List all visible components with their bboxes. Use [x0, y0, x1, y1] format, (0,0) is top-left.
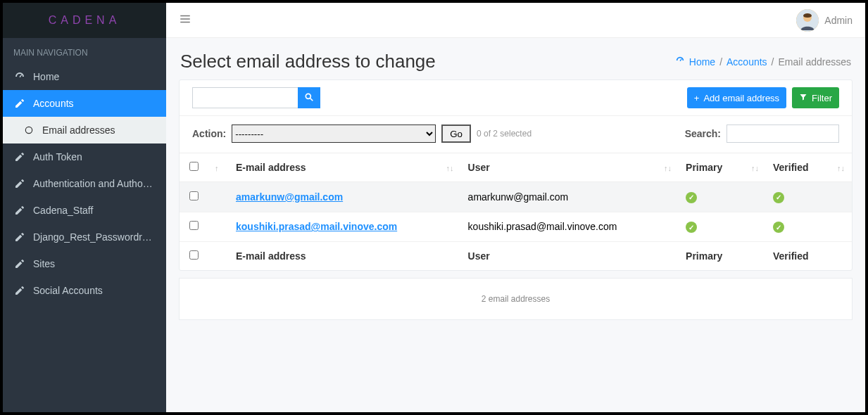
sort-icon[interactable]: ↑↓ [837, 164, 845, 172]
filter-button[interactable]: Filter [792, 87, 839, 108]
table-search-input[interactable] [727, 124, 839, 143]
breadcrumb-sep: / [719, 56, 722, 68]
dashboard-icon [13, 70, 26, 83]
select-all-checkbox[interactable] [189, 162, 199, 171]
search-label: Search: [685, 128, 721, 139]
sidebar-item-sites[interactable]: Sites [3, 250, 166, 277]
sort-icon[interactable]: ↑↓ [664, 164, 672, 172]
action-label: Action: [192, 128, 226, 139]
user-cell: koushiki.prasad@mail.vinove.com [461, 212, 650, 242]
content-header: Select email address to change Home / Ac… [166, 38, 865, 79]
edit-icon [13, 204, 26, 217]
edit-icon [13, 151, 26, 163]
sidebar: CADENA MAIN NAVIGATION Home Accounts Ema… [3, 3, 166, 412]
edit-icon [13, 177, 26, 190]
edit-icon [13, 257, 26, 270]
brand-logo: CADENA [3, 3, 166, 38]
dashboard-icon [675, 56, 685, 68]
sidebar-item-social-accounts[interactable]: Social Accounts [3, 277, 166, 304]
user-cell: amarkunw@gmail.com [461, 182, 650, 212]
sidebar-item-django-rest[interactable]: Django_Rest_Passwordrese [3, 224, 166, 250]
tf-email: E-mail address [229, 242, 433, 271]
check-icon [686, 222, 697, 233]
topbar: Admin [166, 3, 865, 38]
check-icon [686, 192, 697, 203]
edit-icon [13, 97, 26, 110]
sidebar-item-label: Authentication and Authoriza [33, 178, 156, 189]
sidebar-item-label: Cadena_Staff [33, 205, 156, 216]
sidebar-item-accounts[interactable]: Accounts [3, 90, 166, 117]
user-name: Admin [824, 15, 853, 26]
check-icon [773, 222, 784, 233]
sidebar-item-label: Accounts [33, 98, 156, 109]
result-count: 2 email addresses [179, 278, 853, 320]
search-icon [304, 92, 314, 104]
add-email-label: Add email address [703, 93, 779, 103]
nav-header: MAIN NAVIGATION [3, 38, 166, 63]
tf-verified: Verified [766, 242, 824, 271]
tf-user: User [461, 242, 650, 271]
row-checkbox[interactable] [189, 221, 199, 230]
edit-icon [13, 284, 26, 297]
toolbar-card: + Add email address Filter Action: - [179, 79, 853, 271]
avatar [796, 9, 819, 32]
sidebar-item-label: Auth Token [33, 151, 156, 162]
sidebar-item-auth-token[interactable]: Auth Token [3, 143, 166, 170]
sort-icon[interactable]: ↑↓ [446, 164, 454, 172]
table-row: koushiki.prasad@mail.vinove.com koushiki… [180, 212, 852, 242]
sidebar-item-home[interactable]: Home [3, 63, 166, 90]
sort-icon[interactable]: ↑↓ [751, 164, 759, 172]
search-button[interactable] [298, 87, 320, 108]
breadcrumb-home[interactable]: Home [689, 56, 715, 68]
search-input[interactable] [192, 87, 298, 108]
filter-icon [799, 93, 807, 103]
th-user[interactable]: User [461, 153, 650, 182]
th-email[interactable]: E-mail address [229, 153, 433, 182]
filter-label: Filter [812, 93, 832, 103]
breadcrumb: Home / Accounts / Email addresses [675, 56, 851, 68]
row-checkbox[interactable] [189, 191, 199, 200]
footer-checkbox[interactable] [189, 250, 199, 260]
selection-count: 0 of 2 selected [477, 129, 532, 139]
th-verified[interactable]: Verified [766, 153, 824, 182]
user-menu[interactable]: Admin [796, 9, 853, 32]
table-footer-row: E-mail address User Primary Verified [180, 242, 852, 271]
sidebar-item-label: Sites [33, 258, 156, 269]
th-primary[interactable]: Primary [679, 153, 738, 182]
svg-point-0 [25, 127, 32, 133]
email-table: ↑ E-mail address ↑↓ User ↑↓ Primary ↑↓ V… [180, 153, 852, 270]
hamburger-icon[interactable] [179, 13, 191, 27]
plus-icon: + [694, 93, 700, 103]
edit-icon [13, 231, 26, 243]
sidebar-item-label: Django_Rest_Passwordrese [33, 231, 156, 243]
sidebar-item-label: Home [33, 71, 156, 82]
go-button[interactable]: Go [441, 124, 471, 143]
sidebar-item-label: Social Accounts [33, 285, 156, 296]
email-link[interactable]: koushiki.prasad@mail.vinove.com [236, 221, 397, 232]
svg-point-6 [306, 94, 310, 98]
breadcrumb-sep: / [772, 56, 774, 68]
check-icon [773, 192, 784, 203]
add-email-button[interactable]: + Add email address [687, 87, 786, 108]
sidebar-item-email-addresses[interactable]: Email addresses [3, 117, 166, 143]
page-title: Select email address to change [180, 51, 436, 72]
tf-primary: Primary [679, 242, 738, 271]
breadcrumb-current: Email addresses [779, 56, 852, 68]
sidebar-item-cadena-staff[interactable]: Cadena_Staff [3, 197, 166, 224]
action-select[interactable]: --------- [232, 124, 436, 143]
search-wrap [192, 87, 320, 108]
svg-line-7 [310, 98, 313, 101]
email-link[interactable]: amarkunw@gmail.com [236, 191, 343, 203]
circle-icon [23, 124, 35, 136]
table-row: amarkunw@gmail.com amarkunw@gmail.com [180, 182, 852, 212]
sidebar-item-auth[interactable]: Authentication and Authoriza [3, 170, 166, 197]
sidebar-item-label: Email addresses [42, 124, 156, 136]
breadcrumb-accounts[interactable]: Accounts [727, 56, 767, 68]
sort-icon[interactable]: ↑ [215, 164, 219, 172]
main-area: Admin Select email address to change Hom… [166, 3, 865, 412]
